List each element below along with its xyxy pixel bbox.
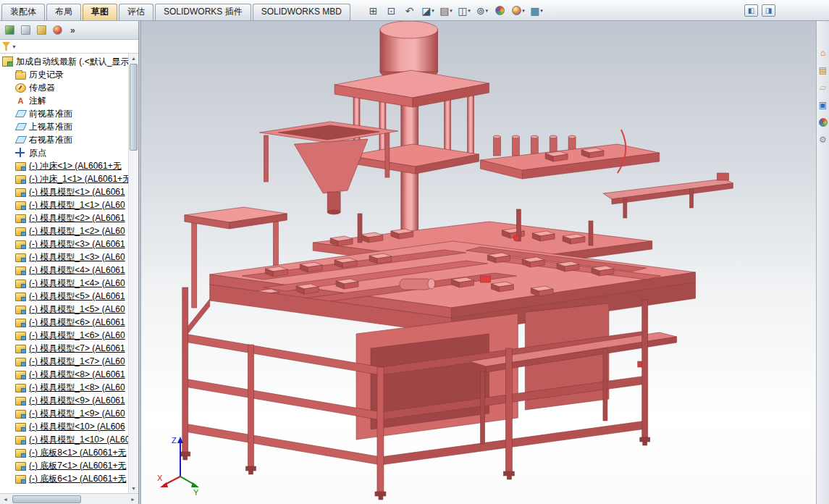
- design-library-icon[interactable]: ▤: [817, 64, 829, 76]
- tree-item[interactable]: (-) 模具模型_1<2> (AL60: [0, 224, 138, 238]
- tree-item[interactable]: 上视基准面: [0, 120, 138, 133]
- filter-input[interactable]: [18, 41, 136, 51]
- tree-item[interactable]: 前视基准面: [0, 107, 138, 120]
- tree-item[interactable]: (-) 模具模型<8> (AL6061: [0, 368, 138, 381]
- ribbon-tab[interactable]: 布局: [46, 4, 81, 20]
- tree-item[interactable]: (-) 模具模型<3> (AL6061: [0, 238, 138, 251]
- tree-item[interactable]: (-) 模具模型_1<6> (AL60: [0, 329, 138, 342]
- edit-appearance-icon[interactable]: [492, 3, 508, 18]
- tree-item[interactable]: (-) 模具模型<2> (AL6061: [0, 211, 138, 224]
- tree-item[interactable]: (-) 模具模型<9> (AL6061: [0, 394, 138, 407]
- tree-item[interactable]: (-) 底板7<1> (AL6061+无: [0, 459, 138, 472]
- tree-item-label: (-) 模具模型<7> (AL6061: [29, 343, 125, 355]
- configurationmanager-tab[interactable]: [35, 23, 49, 37]
- displaymanager-tab[interactable]: [51, 23, 64, 37]
- filter-dropdown-caret-icon[interactable]: ▼: [12, 44, 17, 49]
- tree-item-label: 前视基准面: [29, 108, 72, 120]
- tree-item[interactable]: (-) 模具模型_1<10> (AL60: [0, 433, 138, 446]
- zoom-to-area-icon[interactable]: ⊡: [384, 3, 400, 18]
- view-settings-icon[interactable]: ▦ ▾: [529, 3, 544, 18]
- tree-root-item[interactable]: 加成自动线最新 (.<默认_显示...: [0, 55, 138, 68]
- scroll-up-arrow-icon[interactable]: ▲: [129, 54, 138, 63]
- tree-item[interactable]: (-) 底板8<1> (AL6061+无: [0, 446, 138, 459]
- tree-item[interactable]: (-) 模具模型<10> (AL606: [0, 420, 138, 433]
- appearances-icon[interactable]: [817, 117, 829, 128]
- view-orientation-icon[interactable]: ▤ ▾: [438, 3, 454, 18]
- triad-y-label: Y: [193, 488, 199, 495]
- previous-view-icon[interactable]: ↶: [402, 3, 418, 18]
- propertymanager-tab[interactable]: [19, 23, 33, 37]
- solidworks-resources-icon[interactable]: ⌂: [817, 47, 829, 59]
- section-view-icon[interactable]: ◪ ▾: [420, 3, 436, 18]
- tree-item-label: (-) 模具模型_1<5> (AL60: [29, 303, 125, 316]
- scroll-right-arrow-icon[interactable]: ►: [127, 497, 138, 502]
- zoom-to-fit-icon[interactable]: ⊞: [366, 3, 382, 18]
- tree-item[interactable]: (-) 模具模型<7> (AL6061: [0, 342, 138, 355]
- tree-item[interactable]: (-) 模具模型_1<7> (AL60: [0, 355, 138, 368]
- ribbon-tab[interactable]: SOLIDWORKS MBD: [253, 4, 350, 20]
- ribbon-tab[interactable]: 装配体: [1, 4, 45, 20]
- dropdown-caret-icon: ▾: [468, 8, 471, 14]
- scrollbar-thumb[interactable]: [12, 495, 81, 503]
- tree-horizontal-scrollbar[interactable]: ◄ ►: [0, 493, 138, 504]
- tree-root-label: 加成自动线最新 (.<默认_显示...: [16, 56, 136, 68]
- display-style-icon[interactable]: ◫ ▾: [456, 3, 472, 18]
- tree-item[interactable]: (-) 模具模型_1<5> (AL60: [0, 303, 138, 316]
- ribbon-tab[interactable]: SOLIDWORKS 插件: [155, 4, 251, 20]
- scrollbar-thumb[interactable]: [130, 64, 138, 151]
- part-icon: [15, 384, 26, 392]
- tree-item[interactable]: (-) 模具模型<1> (AL6061: [0, 185, 138, 198]
- part-icon: [15, 188, 26, 197]
- tree-item[interactable]: (-) 模具模型_1<3> (AL60: [0, 251, 138, 264]
- tree-item[interactable]: (-) 冲床<1> (AL6061+无: [0, 159, 138, 172]
- tree-item-label: (-) 模具模型<4> (AL6061: [29, 264, 125, 277]
- file-explorer-icon[interactable]: ▱: [817, 82, 829, 93]
- ribbon-bar: 装配体 布局 草图 评估 SOLIDWORKS 插件 SOLIDWORKS MB…: [0, 0, 829, 21]
- ribbon-tab[interactable]: 草图: [83, 4, 117, 20]
- tree-item[interactable]: (-) 模具模型_1<1> (AL60: [0, 198, 138, 211]
- scroll-down-arrow-icon[interactable]: ▼: [129, 484, 138, 493]
- hide-show-items-icon[interactable]: ⊚ ▾: [474, 3, 490, 18]
- tree-item-label: (-) 模具模型_1<4> (AL60: [29, 277, 125, 290]
- view-palette-icon[interactable]: ▣: [817, 99, 829, 111]
- scrollbar-track[interactable]: [11, 495, 127, 504]
- part-icon: [15, 475, 26, 484]
- tree-item[interactable]: (-) 模具模型<6> (AL6061: [0, 316, 138, 329]
- assembly-model-3d[interactable]: [141, 21, 816, 504]
- featuremanager-tab[interactable]: [3, 23, 17, 37]
- tree-item-label: (-) 底板6<1> (AL6061+无: [29, 473, 126, 485]
- task-pane-toggle-button[interactable]: ◨: [762, 4, 775, 17]
- tree-item[interactable]: (-) 模具模型_1<4> (AL60: [0, 277, 138, 290]
- display-pane-toggle-button[interactable]: ◧: [744, 4, 758, 17]
- tree-item[interactable]: (-) 模具模型<5> (AL6061: [0, 290, 138, 303]
- tree-item[interactable]: 注解: [0, 94, 138, 107]
- filter-funnel-icon[interactable]: [2, 42, 10, 51]
- tree-item[interactable]: (-) 模具模型_1<8> (AL60: [0, 381, 138, 394]
- tree-item[interactable]: 原点: [0, 146, 138, 159]
- graphics-viewport[interactable]: Z X Y: [141, 21, 816, 504]
- triad-z-label: Z: [172, 436, 177, 445]
- part-icon: [15, 319, 26, 327]
- custom-properties-icon[interactable]: ⚙: [817, 134, 829, 146]
- history-folder-icon: [15, 72, 26, 80]
- scroll-left-arrow-icon[interactable]: ◄: [0, 497, 11, 502]
- part-icon: [15, 345, 26, 353]
- part-icon: [15, 201, 26, 210]
- part-icon: [15, 214, 26, 223]
- part-icon: [15, 293, 26, 301]
- tree-item[interactable]: 历史记录: [0, 68, 138, 81]
- ribbon-tab[interactable]: 评估: [119, 4, 153, 20]
- tree-item[interactable]: (-) 冲床_1<1> (AL6061+无: [0, 172, 138, 185]
- panel-overflow-button[interactable]: »: [70, 25, 75, 35]
- tree-item[interactable]: 右视基准面: [0, 133, 138, 146]
- tree-item[interactable]: (-) 模具模型<4> (AL6061: [0, 264, 138, 277]
- tree-vertical-scrollbar[interactable]: ▲ ▼: [128, 54, 138, 493]
- tree-item-label: (-) 冲床<1> (AL6061+无: [29, 160, 122, 172]
- tree-item[interactable]: (-) 底板6<1> (AL6061+无: [0, 472, 138, 485]
- tree-item[interactable]: (-) 模具模型_1<9> (AL60: [0, 407, 138, 420]
- tree-item[interactable]: 传感器: [0, 81, 138, 94]
- part-icon: [15, 162, 26, 171]
- dropdown-caret-icon: ▾: [432, 8, 434, 14]
- part-icon: [15, 253, 26, 262]
- apply-scene-icon[interactable]: ▾: [510, 3, 526, 18]
